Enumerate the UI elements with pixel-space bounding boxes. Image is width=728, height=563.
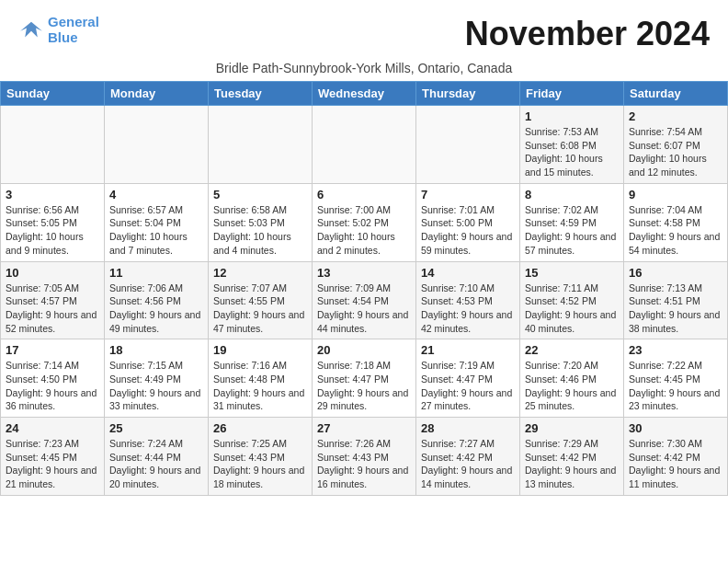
day-number: 15 — [525, 266, 619, 280]
weekday-header-row: SundayMondayTuesdayWednesdayThursdayFrid… — [1, 82, 728, 106]
day-number: 8 — [525, 188, 619, 201]
day-info: Sunrise: 7:25 AM Sunset: 4:43 PM Dayligh… — [213, 437, 307, 491]
calendar-cell: 23Sunrise: 7:22 AM Sunset: 4:45 PM Dayli… — [624, 339, 728, 418]
day-number: 18 — [109, 343, 203, 357]
weekday-header: Saturday — [624, 82, 728, 106]
calendar-week-row: 17Sunrise: 7:14 AM Sunset: 4:50 PM Dayli… — [1, 339, 728, 418]
calendar-cell: 27Sunrise: 7:26 AM Sunset: 4:43 PM Dayli… — [313, 418, 416, 496]
day-info: Sunrise: 7:54 AM Sunset: 6:07 PM Dayligh… — [629, 125, 722, 179]
day-info: Sunrise: 7:27 AM Sunset: 4:42 PM Dayligh… — [421, 437, 515, 491]
day-number: 2 — [629, 109, 722, 123]
day-number: 1 — [525, 109, 619, 123]
day-info: Sunrise: 7:01 AM Sunset: 5:00 PM Dayligh… — [421, 203, 515, 258]
calendar-cell: 10Sunrise: 7:05 AM Sunset: 4:57 PM Dayli… — [1, 261, 105, 339]
logo-text-general: General — [48, 14, 99, 29]
day-info: Sunrise: 6:56 AM Sunset: 5:05 PM Dayligh… — [6, 203, 99, 258]
calendar-cell: 3Sunrise: 6:56 AM Sunset: 5:05 PM Daylig… — [1, 183, 105, 261]
calendar-cell: 22Sunrise: 7:20 AM Sunset: 4:46 PM Dayli… — [520, 339, 624, 418]
weekday-header: Monday — [105, 82, 209, 106]
day-info: Sunrise: 7:13 AM Sunset: 4:51 PM Dayligh… — [629, 282, 722, 336]
calendar-cell: 18Sunrise: 7:15 AM Sunset: 4:49 PM Dayli… — [105, 339, 209, 418]
day-number: 14 — [421, 266, 515, 280]
location-text: Bridle Path-Sunnybrook-York Mills, Ontar… — [0, 61, 728, 75]
day-info: Sunrise: 7:10 AM Sunset: 4:53 PM Dayligh… — [421, 282, 515, 336]
day-info: Sunrise: 7:05 AM Sunset: 4:57 PM Dayligh… — [6, 282, 99, 336]
calendar-week-row: 24Sunrise: 7:23 AM Sunset: 4:45 PM Dayli… — [1, 418, 728, 496]
calendar-cell: 6Sunrise: 7:00 AM Sunset: 5:02 PM Daylig… — [313, 183, 416, 261]
day-info: Sunrise: 7:11 AM Sunset: 4:52 PM Dayligh… — [525, 282, 619, 336]
day-info: Sunrise: 7:16 AM Sunset: 4:48 PM Dayligh… — [213, 359, 307, 413]
day-number: 26 — [213, 421, 307, 435]
day-number: 7 — [421, 188, 515, 201]
day-info: Sunrise: 7:07 AM Sunset: 4:55 PM Dayligh… — [213, 282, 307, 336]
calendar-cell — [105, 106, 209, 184]
calendar-cell: 17Sunrise: 7:14 AM Sunset: 4:50 PM Dayli… — [1, 339, 105, 418]
calendar-cell: 11Sunrise: 7:06 AM Sunset: 4:56 PM Dayli… — [105, 261, 209, 339]
calendar-cell: 1Sunrise: 7:53 AM Sunset: 6:08 PM Daylig… — [520, 106, 624, 184]
calendar-cell: 29Sunrise: 7:29 AM Sunset: 4:42 PM Dayli… — [520, 418, 624, 496]
calendar-cell: 25Sunrise: 7:24 AM Sunset: 4:44 PM Dayli… — [105, 418, 209, 496]
calendar-cell: 19Sunrise: 7:16 AM Sunset: 4:48 PM Dayli… — [209, 339, 313, 418]
title-block: November 2024 — [465, 15, 710, 53]
day-number: 27 — [317, 421, 411, 435]
calendar-cell — [313, 106, 416, 184]
day-number: 13 — [317, 266, 411, 280]
day-number: 6 — [317, 188, 411, 201]
calendar-cell: 26Sunrise: 7:25 AM Sunset: 4:43 PM Dayli… — [209, 418, 313, 496]
calendar-cell: 8Sunrise: 7:02 AM Sunset: 4:59 PM Daylig… — [520, 183, 624, 261]
day-info: Sunrise: 7:09 AM Sunset: 4:54 PM Dayligh… — [317, 282, 411, 336]
calendar-week-row: 10Sunrise: 7:05 AM Sunset: 4:57 PM Dayli… — [1, 261, 728, 339]
calendar-cell: 12Sunrise: 7:07 AM Sunset: 4:55 PM Dayli… — [209, 261, 313, 339]
page-header: General Blue November 2024 — [0, 0, 728, 61]
calendar-cell — [209, 106, 313, 184]
logo-icon — [18, 20, 44, 40]
day-number: 22 — [525, 343, 619, 357]
day-number: 3 — [6, 188, 99, 201]
calendar-cell: 24Sunrise: 7:23 AM Sunset: 4:45 PM Dayli… — [1, 418, 105, 496]
day-number: 12 — [213, 266, 307, 280]
calendar-cell: 4Sunrise: 6:57 AM Sunset: 5:04 PM Daylig… — [105, 183, 209, 261]
calendar-cell: 21Sunrise: 7:19 AM Sunset: 4:47 PM Dayli… — [416, 339, 520, 418]
day-info: Sunrise: 7:19 AM Sunset: 4:47 PM Dayligh… — [421, 359, 515, 413]
day-info: Sunrise: 7:30 AM Sunset: 4:42 PM Dayligh… — [629, 437, 722, 491]
day-number: 4 — [109, 188, 203, 201]
calendar-cell: 13Sunrise: 7:09 AM Sunset: 4:54 PM Dayli… — [313, 261, 416, 339]
day-info: Sunrise: 7:04 AM Sunset: 4:58 PM Dayligh… — [629, 203, 722, 258]
calendar-cell: 28Sunrise: 7:27 AM Sunset: 4:42 PM Dayli… — [416, 418, 520, 496]
logo-text: General Blue — [48, 15, 99, 45]
calendar-cell: 9Sunrise: 7:04 AM Sunset: 4:58 PM Daylig… — [624, 183, 728, 261]
day-number: 30 — [629, 421, 722, 435]
day-number: 21 — [421, 343, 515, 357]
weekday-header: Friday — [520, 82, 624, 106]
logo: General Blue — [18, 15, 99, 45]
day-info: Sunrise: 7:22 AM Sunset: 4:45 PM Dayligh… — [629, 359, 722, 413]
day-info: Sunrise: 7:18 AM Sunset: 4:47 PM Dayligh… — [317, 359, 411, 413]
day-info: Sunrise: 7:23 AM Sunset: 4:45 PM Dayligh… — [6, 437, 99, 491]
day-number: 20 — [317, 343, 411, 357]
day-info: Sunrise: 6:57 AM Sunset: 5:04 PM Dayligh… — [109, 203, 203, 258]
day-number: 24 — [6, 421, 99, 435]
day-number: 9 — [629, 188, 722, 201]
weekday-header: Wednesday — [313, 82, 416, 106]
calendar-week-row: 1Sunrise: 7:53 AM Sunset: 6:08 PM Daylig… — [1, 106, 728, 184]
logo-text-blue: Blue — [48, 29, 78, 45]
month-title: November 2024 — [465, 15, 710, 53]
calendar-cell: 14Sunrise: 7:10 AM Sunset: 4:53 PM Dayli… — [416, 261, 520, 339]
day-number: 23 — [629, 343, 722, 357]
day-number: 28 — [421, 421, 515, 435]
day-number: 16 — [629, 266, 722, 280]
calendar-cell — [416, 106, 520, 184]
day-info: Sunrise: 7:00 AM Sunset: 5:02 PM Dayligh… — [317, 203, 411, 258]
day-number: 11 — [109, 266, 203, 280]
calendar-table: SundayMondayTuesdayWednesdayThursdayFrid… — [0, 81, 728, 496]
calendar-cell: 20Sunrise: 7:18 AM Sunset: 4:47 PM Dayli… — [313, 339, 416, 418]
calendar-cell: 15Sunrise: 7:11 AM Sunset: 4:52 PM Dayli… — [520, 261, 624, 339]
day-number: 17 — [6, 343, 99, 357]
day-number: 5 — [213, 188, 307, 201]
day-number: 25 — [109, 421, 203, 435]
calendar-cell: 30Sunrise: 7:30 AM Sunset: 4:42 PM Dayli… — [624, 418, 728, 496]
day-info: Sunrise: 7:20 AM Sunset: 4:46 PM Dayligh… — [525, 359, 619, 413]
calendar-cell: 2Sunrise: 7:54 AM Sunset: 6:07 PM Daylig… — [624, 106, 728, 184]
day-info: Sunrise: 7:02 AM Sunset: 4:59 PM Dayligh… — [525, 203, 619, 258]
calendar-cell: 7Sunrise: 7:01 AM Sunset: 5:00 PM Daylig… — [416, 183, 520, 261]
